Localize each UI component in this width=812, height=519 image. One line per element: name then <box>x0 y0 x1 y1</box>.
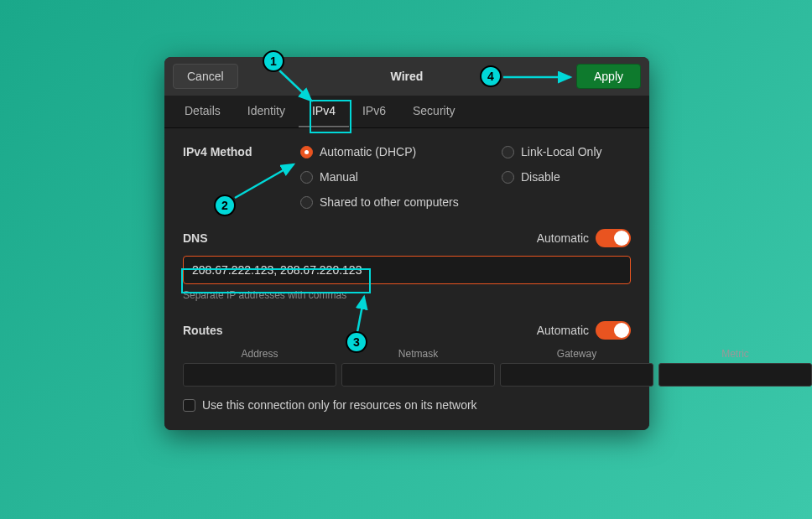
routes-section-header: Routes Automatic <box>183 321 631 340</box>
radio-label: Automatic (DHCP) <box>320 145 416 158</box>
radio-icon <box>300 146 313 158</box>
annotation-badge-3: 3 <box>346 331 367 353</box>
ipv4-method-section: IPv4 Method Automatic (DHCP) Manual Shar… <box>183 145 631 209</box>
tab-ipv6[interactable]: IPv6 <box>349 96 399 127</box>
routes-label: Routes <box>183 324 222 337</box>
radio-shared[interactable]: Shared to other computers <box>300 195 502 209</box>
radio-label: Disable <box>521 170 560 184</box>
apply-button[interactable]: Apply <box>576 64 641 89</box>
route-col-address-label: Address <box>183 348 336 360</box>
tab-ipv4[interactable]: IPv4 <box>299 96 349 127</box>
radio-automatic-dhcp[interactable]: Automatic (DHCP) <box>300 145 502 158</box>
dns-input[interactable] <box>183 256 631 284</box>
radio-label: Manual <box>320 170 358 184</box>
tab-details[interactable]: Details <box>171 96 234 127</box>
dns-automatic-label: Automatic <box>537 231 589 245</box>
route-col-metric-label: Metric <box>658 348 812 360</box>
route-netmask-input[interactable] <box>341 363 495 387</box>
tab-identity[interactable]: Identity <box>234 96 299 127</box>
radio-icon <box>300 196 313 209</box>
tab-security[interactable]: Security <box>399 96 469 127</box>
radio-icon <box>502 171 514 184</box>
radio-label: Shared to other computers <box>320 195 459 209</box>
ipv4-method-label: IPv4 Method <box>183 145 300 158</box>
dns-label: DNS <box>183 231 208 245</box>
routes-automatic-toggle[interactable] <box>596 321 631 340</box>
radio-link-local[interactable]: Link-Local Only <box>502 145 602 158</box>
use-connection-checkbox-row[interactable]: Use this connection only for resources o… <box>183 398 631 412</box>
dialog-title: Wired <box>391 70 424 83</box>
radio-manual[interactable]: Manual <box>300 170 502 184</box>
annotation-badge-1: 1 <box>263 50 284 72</box>
dialog-header: Cancel Wired Apply <box>164 57 649 96</box>
annotation-badge-4: 4 <box>480 65 502 87</box>
routes-automatic-label: Automatic <box>537 324 589 337</box>
dns-section-header: DNS Automatic <box>183 229 631 247</box>
route-address-input[interactable] <box>183 363 336 387</box>
routes-grid: Address Netmask Gateway Metric <box>183 348 631 387</box>
radio-disable[interactable]: Disable <box>502 170 602 184</box>
dns-automatic-toggle[interactable] <box>596 229 631 247</box>
radio-icon <box>502 146 514 158</box>
route-metric-input[interactable] <box>658 363 812 387</box>
checkbox-label: Use this connection only for resources o… <box>202 398 477 412</box>
route-col-gateway-label: Gateway <box>500 348 653 360</box>
radio-icon <box>300 171 313 184</box>
checkbox-icon <box>183 399 195 412</box>
route-col-netmask-label: Netmask <box>341 348 495 360</box>
cancel-button[interactable]: Cancel <box>173 64 238 89</box>
annotation-badge-2: 2 <box>214 195 236 216</box>
route-gateway-input[interactable] <box>500 363 653 387</box>
dns-helper-text: Separate IP addresses with commas <box>183 289 631 301</box>
dialog-content: IPv4 Method Automatic (DHCP) Manual Shar… <box>164 128 649 430</box>
tabs-bar: Details Identity IPv4 IPv6 Security <box>164 96 649 128</box>
radio-label: Link-Local Only <box>521 145 602 158</box>
network-settings-dialog: Cancel Wired Apply Details Identity IPv4… <box>164 57 649 430</box>
